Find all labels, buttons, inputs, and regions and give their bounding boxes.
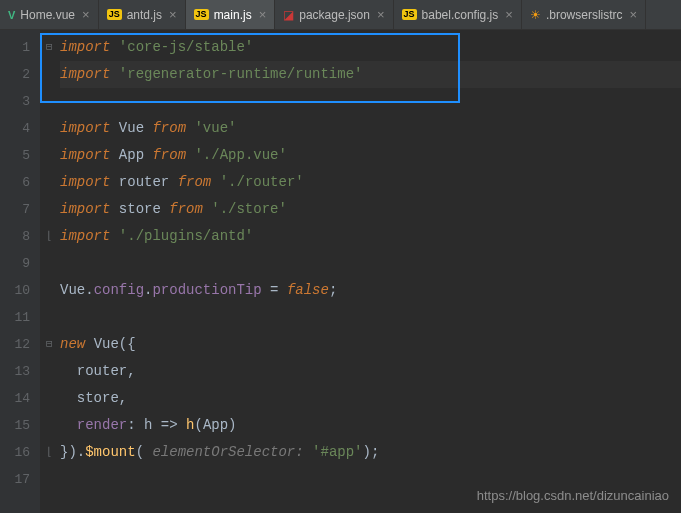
fold-icon[interactable]: ⌊ (46, 223, 53, 250)
code-line: import 'regenerator-runtime/runtime' (60, 61, 681, 88)
editor-tabs: V Home.vue × JS antd.js × JS main.js × ◪… (0, 0, 681, 30)
code-line (60, 304, 681, 331)
code-line: ⊟import 'core-js/stable' (60, 34, 681, 61)
tab-label: babel.config.js (422, 8, 499, 22)
line-number-gutter: 1234567891011121314151617 (0, 30, 40, 513)
tab-browserslistrc[interactable]: ☀ .browserslistrc × (522, 0, 646, 29)
code-line (60, 88, 681, 115)
close-icon[interactable]: × (169, 7, 177, 22)
code-line: render: h => h(App) (60, 412, 681, 439)
code-line: import router from './router' (60, 169, 681, 196)
fold-icon[interactable]: ⊟ (46, 34, 53, 61)
js-icon: JS (194, 9, 209, 20)
fold-icon[interactable]: ⌊ (46, 439, 53, 466)
code-line: import App from './App.vue' (60, 142, 681, 169)
tab-babel-config[interactable]: JS babel.config.js × (394, 0, 522, 29)
tab-antd-js[interactable]: JS antd.js × (99, 0, 186, 29)
close-icon[interactable]: × (377, 7, 385, 22)
vue-icon: V (8, 9, 15, 21)
tab-label: Home.vue (20, 8, 75, 22)
sun-icon: ☀ (530, 8, 541, 22)
js-icon: JS (107, 9, 122, 20)
tab-label: antd.js (127, 8, 162, 22)
tab-main-js[interactable]: JS main.js × (186, 0, 276, 29)
tab-label: main.js (214, 8, 252, 22)
code-line: import store from './store' (60, 196, 681, 223)
code-line (60, 250, 681, 277)
code-line: ⌊}).$mount( elementOrSelector: '#app'); (60, 439, 681, 466)
watermark-text: https://blog.csdn.net/dizuncainiao (477, 488, 669, 503)
code-line: router, (60, 358, 681, 385)
code-line: import Vue from 'vue' (60, 115, 681, 142)
fold-icon[interactable]: ⊟ (46, 331, 53, 358)
code-line: ⊟new Vue({ (60, 331, 681, 358)
close-icon[interactable]: × (505, 7, 513, 22)
close-icon[interactable]: × (630, 7, 638, 22)
code-editor[interactable]: 1234567891011121314151617 ⊟import 'core-… (0, 30, 681, 513)
tab-label: .browserslistrc (546, 8, 623, 22)
code-line: Vue.config.productionTip = false; (60, 277, 681, 304)
json-icon: ◪ (283, 8, 294, 22)
tab-label: package.json (299, 8, 370, 22)
close-icon[interactable]: × (82, 7, 90, 22)
code-area[interactable]: ⊟import 'core-js/stable' import 'regener… (40, 30, 681, 513)
code-line: ⌊import './plugins/antd' (60, 223, 681, 250)
code-line: store, (60, 385, 681, 412)
close-icon[interactable]: × (259, 7, 267, 22)
js-icon: JS (402, 9, 417, 20)
tab-home-vue[interactable]: V Home.vue × (0, 0, 99, 29)
tab-package-json[interactable]: ◪ package.json × (275, 0, 393, 29)
